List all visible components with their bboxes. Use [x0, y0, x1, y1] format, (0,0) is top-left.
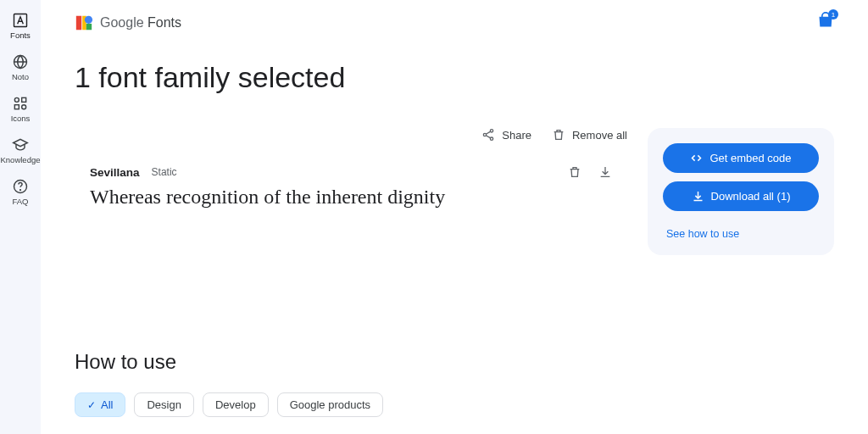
- svg-point-12: [491, 130, 493, 132]
- share-button[interactable]: Share: [481, 128, 531, 142]
- delete-font-button[interactable]: [568, 165, 581, 179]
- download-icon: [692, 190, 704, 203]
- code-icon: [690, 152, 703, 164]
- font-type: Static: [152, 166, 177, 178]
- svg-point-14: [491, 137, 493, 140]
- share-icon: [481, 128, 495, 142]
- sidebar-item-faq[interactable]: FAQ: [0, 176, 41, 208]
- bag-count: 1: [828, 9, 838, 19]
- sidebar-label: Icons: [11, 114, 31, 123]
- download-font-button[interactable]: [598, 165, 612, 179]
- svg-rect-3: [22, 97, 26, 102]
- font-row: Sevillana Static: [75, 165, 627, 179]
- sidebar: Fonts Noto Icons Knowledge FAQ: [0, 0, 41, 434]
- how-to-title: How to use: [75, 350, 834, 374]
- sidebar-label: Noto: [12, 72, 29, 81]
- svg-point-10: [85, 16, 92, 24]
- page-title: 1 font family selected: [75, 61, 834, 94]
- svg-point-5: [22, 105, 26, 109]
- globe-icon: [12, 53, 29, 70]
- chip-google-products[interactable]: Google products: [277, 392, 383, 417]
- logo[interactable]: Google Fonts: [75, 14, 181, 32]
- sidebar-item-icons[interactable]: Icons: [0, 93, 41, 125]
- svg-rect-11: [86, 24, 92, 30]
- font-name[interactable]: Sevillana: [90, 166, 140, 179]
- download-all-button[interactable]: Download all (1): [663, 181, 819, 211]
- google-fonts-logo-icon: [75, 14, 93, 32]
- trash-icon: [552, 128, 565, 142]
- preview-text[interactable]: Whereas recognition of the inherent dign…: [75, 179, 627, 209]
- trash-icon: [568, 165, 581, 179]
- svg-rect-4: [14, 105, 19, 109]
- right-panel: Get embed code Download all (1) See how …: [648, 128, 834, 255]
- sidebar-item-noto[interactable]: Noto: [0, 52, 41, 83]
- download-icon: [598, 165, 612, 179]
- header: Google Fonts 1: [75, 0, 834, 39]
- selection-area: Share Remove all Sevillana Static Wherea…: [75, 128, 627, 255]
- how-to-use-link[interactable]: See how to use: [663, 228, 819, 240]
- svg-point-2: [14, 97, 19, 102]
- sidebar-item-knowledge[interactable]: Knowledge: [0, 135, 41, 166]
- shopping-bag[interactable]: 1: [817, 12, 834, 32]
- graduation-icon: [12, 136, 29, 153]
- chip-develop[interactable]: Develop: [203, 392, 269, 417]
- svg-rect-8: [76, 16, 81, 31]
- chip-design[interactable]: Design: [134, 392, 193, 417]
- svg-point-13: [484, 133, 487, 136]
- chip-row: All Design Develop Google products: [75, 392, 834, 417]
- font-a-icon: [12, 12, 29, 29]
- svg-point-7: [20, 190, 21, 191]
- sidebar-label: Knowledge: [0, 155, 40, 164]
- shapes-icon: [12, 95, 29, 112]
- sidebar-label: Fonts: [10, 31, 31, 40]
- logo-text: Google Fonts: [100, 15, 181, 31]
- chip-all[interactable]: All: [75, 392, 125, 417]
- main-content: Google Fonts 1 1 font family selected Sh…: [41, 0, 868, 434]
- sidebar-item-fonts[interactable]: Fonts: [0, 10, 41, 42]
- remove-all-button[interactable]: Remove all: [552, 128, 627, 142]
- sidebar-label: FAQ: [12, 197, 28, 206]
- help-icon: [12, 178, 29, 195]
- embed-code-button[interactable]: Get embed code: [663, 143, 819, 173]
